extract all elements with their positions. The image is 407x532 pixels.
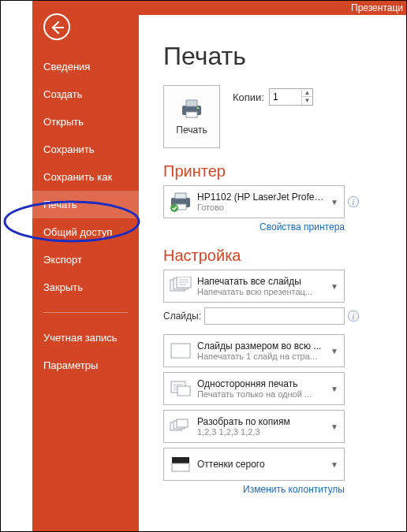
printer-status: Готово xyxy=(197,203,328,212)
backstage-sidebar: Сведения Создать Открыть Сохранить Сохра… xyxy=(32,1,139,531)
nav-options[interactable]: Параметры xyxy=(32,352,139,379)
slides-all-icon xyxy=(167,273,194,299)
print-button-label: Печать xyxy=(176,125,207,136)
nav-separator xyxy=(43,312,128,313)
svg-rect-25 xyxy=(172,463,189,471)
nav-save[interactable]: Сохранить xyxy=(32,136,139,163)
copies-label: Копии: xyxy=(233,91,264,103)
svg-rect-2 xyxy=(186,100,197,106)
edit-header-footer-link[interactable]: Изменить колонтитулы xyxy=(163,484,345,495)
grayscale-icon xyxy=(167,452,194,477)
annotation-circle xyxy=(1,198,143,245)
page-title: Печать xyxy=(163,42,401,71)
setting-sides[interactable]: Односторонняя печать Печатать только на … xyxy=(163,372,345,405)
printer-device-icon xyxy=(167,189,194,214)
printer-dropdown[interactable]: HP1102 (HP LaserJet Professi... Готово ▼ xyxy=(163,185,345,218)
svg-rect-24 xyxy=(172,457,189,463)
nav-new[interactable]: Создать xyxy=(32,80,139,108)
nav-account[interactable]: Учетная запись xyxy=(32,324,139,352)
collate-icon xyxy=(167,414,194,439)
nav-open[interactable]: Открыть xyxy=(32,108,139,136)
title-bar: Презентаци xyxy=(139,1,406,15)
copies-up[interactable]: ▲ xyxy=(301,89,312,97)
svg-point-0 xyxy=(5,202,139,241)
one-side-icon xyxy=(167,376,194,401)
svg-point-8 xyxy=(170,204,178,212)
svg-point-4 xyxy=(197,107,200,110)
printer-section-title: Принтер xyxy=(163,162,401,180)
slides-info-icon[interactable]: i xyxy=(348,311,359,322)
printer-icon xyxy=(179,98,204,120)
nav-export[interactable]: Экспорт xyxy=(32,246,139,273)
chevron-down-icon: ▼ xyxy=(328,372,341,405)
setting-collate[interactable]: Разобрать по копиям 1,2,3 1,2,3 1,2,3 ▼ xyxy=(163,410,345,443)
copies-spinner[interactable]: ▲ ▼ xyxy=(269,88,313,106)
chevron-down-icon: ▼ xyxy=(328,334,341,367)
svg-rect-6 xyxy=(175,193,186,199)
setting-layout[interactable]: Слайды размером во всю ... Напечатать 1 … xyxy=(163,334,345,367)
nav-save-as[interactable]: Сохранить как xyxy=(32,163,139,191)
setting-color[interactable]: Оттенки серого ▼ xyxy=(163,448,345,481)
printer-properties-link[interactable]: Свойства принтера xyxy=(163,221,345,233)
nav-close[interactable]: Закрыть xyxy=(32,273,139,301)
setting-what-to-print[interactable]: Напечатать все слайды Напечатать всю пре… xyxy=(163,270,345,303)
printer-name: HP1102 (HP LaserJet Professi... xyxy=(197,192,328,203)
print-panel: Печать Печать Копии: ▲ ▼ xyxy=(159,32,406,531)
svg-rect-20 xyxy=(177,386,190,396)
copies-down[interactable]: ▼ xyxy=(301,97,312,105)
back-button[interactable] xyxy=(43,13,70,40)
chevron-down-icon: ▼ xyxy=(328,410,341,443)
chevron-down-icon: ▼ xyxy=(328,270,341,303)
nav-info[interactable]: Сведения xyxy=(32,53,139,80)
chevron-down-icon: ▼ xyxy=(328,448,341,481)
printer-info-icon[interactable]: i xyxy=(348,196,359,207)
print-button[interactable]: Печать xyxy=(163,85,220,148)
copies-input[interactable] xyxy=(270,91,301,102)
slide-full-icon xyxy=(167,338,194,363)
chevron-down-icon: ▼ xyxy=(328,185,341,218)
settings-section-title: Настройка xyxy=(163,247,401,265)
slides-range-label: Слайды: xyxy=(163,311,201,322)
svg-rect-3 xyxy=(186,112,197,117)
slides-range-input[interactable] xyxy=(204,307,345,325)
svg-rect-15 xyxy=(171,344,190,358)
svg-rect-23 xyxy=(177,419,188,427)
